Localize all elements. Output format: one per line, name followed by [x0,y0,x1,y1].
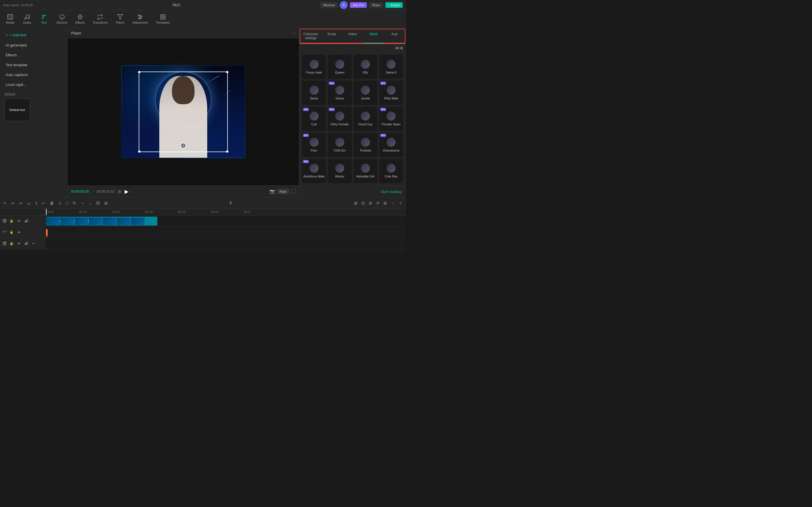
track-controls-video: 🎬 🔒 👁 🔊 [0,216,45,226]
ripple-edit[interactable]: ⊡ [360,200,366,207]
keyframe-tool[interactable]: ⬦ [88,200,93,207]
film-icon [7,14,13,20]
handle-br[interactable] [226,151,229,153]
link-clips[interactable]: ⊟ [368,200,373,207]
voice-label: Gloria [336,97,344,100]
player-menu-icon[interactable]: ⋯ [292,31,296,35]
voice-label: Fussy male [306,71,322,74]
audio-track-edit[interactable]: ✏ [31,240,36,246]
audio-clip[interactable]: ⊞ [382,200,388,207]
voice-avatar [310,138,319,147]
voice-card-cub[interactable]: ProCub [302,107,326,131]
toolbar-adjustment[interactable]: Adjustment [129,12,151,26]
text-track-lock[interactable]: 🔒 [8,229,15,235]
voice-card-dramarama[interactable]: ProDramarama [379,133,403,157]
handle-bl[interactable] [138,151,140,153]
track-row-text: TT 🔒 👁 [0,227,406,238]
rotate-handle[interactable]: ↺ [181,143,186,149]
voice-card-wacky[interactable]: Wacky [327,159,352,183]
join-pro-button[interactable]: Join Pro [350,2,367,8]
zoom-in[interactable]: ＋ [398,200,404,207]
text-template-button[interactable]: Text template [2,61,65,69]
tab-aud[interactable]: Aud [384,29,405,43]
local-captions-button[interactable]: Local capti... [2,80,65,89]
voice-card-chill-girl[interactable]: Chill Girl [327,133,352,157]
share-button[interactable]: Share [369,2,383,8]
auto-captions-button[interactable]: Auto captions [2,70,65,79]
toolbar-media[interactable]: Media [2,12,18,26]
toolbar-text[interactable]: Text [36,12,52,26]
effects-button[interactable]: Effects [2,51,65,59]
zoom-out[interactable]: － [390,200,396,207]
mic-button[interactable]: 🎙 [228,200,234,207]
grid-view-button[interactable]: ⊞ [118,189,121,194]
toolbar-filters[interactable]: Filters [112,12,128,26]
voice-card-queen[interactable]: Queen [327,55,352,79]
toolbar-templates[interactable]: Templates [153,12,173,26]
filter-icon[interactable]: ⚙ [400,46,403,50]
default-text-card[interactable]: Default text [4,99,30,121]
tab-voice[interactable]: Voice [363,29,384,43]
crop-tool[interactable]: ⊞ [103,200,109,207]
ratio-button[interactable]: Ratio [277,189,289,194]
flip-tool[interactable]: ↔ [80,200,86,207]
voice-card-jessie[interactable]: Jessie [354,80,377,105]
voice-card-female-sales[interactable]: ProFemale Sales [379,107,403,131]
handle-tr[interactable] [226,71,229,73]
trim-tool[interactable]: ⊢ [41,200,47,207]
playhead[interactable] [46,209,47,215]
voice-card-good-guy[interactable]: Good Guy [354,107,377,131]
split-tool[interactable]: ⚏ [26,200,32,207]
tab-character-settings[interactable]: Character settings [300,29,321,43]
text-clip[interactable] [46,229,48,236]
export-button[interactable]: ↑ Export [386,2,403,8]
text-track-visibility[interactable]: 👁 [16,230,22,235]
voice-card-trickster[interactable]: Trickster [354,133,377,157]
voice-card-santa[interactable]: Santa [302,80,326,105]
toolbar-audio[interactable]: Audio [19,12,35,26]
add-text-button[interactable]: + Add text [2,31,65,40]
split-v-tool[interactable]: ‡ [34,200,39,207]
redo-button[interactable]: ↪ [18,200,24,207]
rotate-tool[interactable]: ↻ [71,200,77,207]
select-tool[interactable]: ↖ [2,200,8,207]
marker-tool[interactable]: ◇ [57,200,63,207]
ai-generated-button[interactable]: AI generated [2,41,65,50]
play-button[interactable]: ▶ [124,188,129,194]
toolbar-effects[interactable]: Effects [72,12,88,26]
link-tool[interactable]: ⛓ [95,200,101,207]
voice-card-flirty-male[interactable]: ProFlirty Male [379,80,403,105]
audio-track-vol[interactable]: 🔊 [23,240,30,246]
tab-video[interactable]: Video [342,29,363,43]
fullscreen-button[interactable]: ⛶ [291,189,296,194]
track-audio[interactable]: 🔊 [23,218,30,224]
toolbar-stickers[interactable]: Stickers [53,12,71,26]
screenshot-button[interactable]: 📷 [269,189,275,194]
voice-card-gloria[interactable]: ProGloria [327,80,352,105]
loop-play[interactable]: ↺ [375,200,380,207]
voice-card-pam[interactable]: ProPam [302,133,326,157]
delete-tool[interactable]: 🗑 [49,200,55,207]
tab-script[interactable]: Script [321,29,342,43]
shortcut-button[interactable]: Shortcut [320,2,338,8]
audio-track-visibility[interactable]: 👁 [16,241,22,246]
clip-thumbnails [47,218,145,225]
voice-card-santa-ii[interactable]: Santa II [379,55,403,79]
voice-card-flirty-female[interactable]: ProFlirty Female [327,107,352,131]
voice-card-cute-boy[interactable]: Cute Boy [379,159,403,183]
handle-tl[interactable] [138,71,140,73]
voice-avatar [310,60,319,69]
track-lock[interactable]: 🔒 [8,218,15,224]
voice-card-adorable-girl[interactable]: Adorable Girl [354,159,377,183]
video-clip[interactable]: Full moon meteor sailing ship 00:00:20:0… [46,217,157,226]
freeze-tool[interactable]: □ [65,200,69,207]
voice-card-ambitious-male[interactable]: ProAmbitious Male [302,159,326,183]
track-visibility[interactable]: 👁 [16,218,22,224]
start-reading-button[interactable]: Start reading [378,187,404,196]
audio-track-lock[interactable]: 🔒 [8,240,15,246]
toolbar-transitions[interactable]: Transitions [89,12,111,26]
voice-card-fussy-male[interactable]: Fussy male [302,55,326,79]
undo-button[interactable]: ↩ [10,200,16,207]
magnetic-snap[interactable]: ⊞ [353,200,359,207]
voice-card-elfy[interactable]: Elfy [354,55,377,79]
